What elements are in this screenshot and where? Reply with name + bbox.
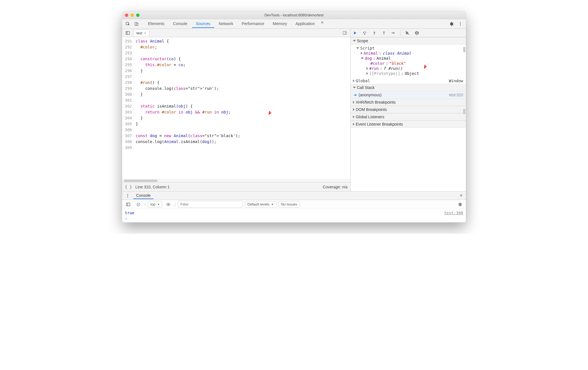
- scope-title: Scope: [357, 39, 368, 43]
- tab-memory[interactable]: Memory: [269, 20, 291, 28]
- svg-point-19: [168, 204, 169, 205]
- close-icon[interactable]: ×: [144, 31, 146, 35]
- panel-event-bp[interactable]: Event Listener Breakpoints: [351, 121, 466, 128]
- main-toolbar: Elements Console Sources Network Perform…: [122, 19, 466, 29]
- console-output-line: true test:308: [125, 210, 463, 216]
- svg-point-15: [127, 195, 128, 196]
- pretty-print-icon[interactable]: { }: [125, 185, 132, 189]
- code-editor[interactable]: 2912922932942952962972982993003013023033…: [122, 37, 350, 179]
- console-toolbar: | top ▼ | Default levels ▼ No Issues: [122, 200, 466, 209]
- file-tab-test[interactable]: test ×: [133, 30, 149, 36]
- log-levels-selector[interactable]: Default levels ▼: [245, 201, 276, 208]
- step-icon[interactable]: [390, 29, 397, 37]
- svg-point-10: [384, 34, 384, 35]
- step-out-icon[interactable]: [380, 29, 388, 37]
- horizontal-scrollbar[interactable]: [122, 179, 350, 182]
- svg-rect-6: [126, 31, 129, 34]
- resume-icon[interactable]: [351, 29, 359, 37]
- editor-statusbar: { } Line 310, Column 1 Coverage: n/a: [122, 182, 350, 191]
- console-body[interactable]: true test:308 ›: [122, 209, 466, 222]
- step-over-icon[interactable]: [361, 29, 369, 37]
- deactivate-breakpoints-icon[interactable]: [403, 29, 411, 37]
- drawer-close-icon[interactable]: ×: [458, 193, 464, 199]
- svg-point-5: [460, 25, 461, 26]
- tab-sources[interactable]: Sources: [192, 20, 214, 28]
- cursor-position: Line 310, Column 1: [135, 185, 169, 189]
- tab-application[interactable]: Application: [291, 20, 319, 28]
- scope-animal[interactable]: Animal: class Animal: [353, 51, 465, 56]
- titlebar: DevTools - localhost:8080/demo/test: [122, 11, 466, 19]
- console-sidebar-icon[interactable]: [124, 200, 132, 208]
- console-settings-icon[interactable]: [456, 200, 464, 208]
- filter-input[interactable]: [178, 201, 243, 208]
- sub-toolbar: test ×: [122, 29, 466, 37]
- debugger-pane: Scope Script Animal: class Animal dog: A…: [350, 37, 466, 191]
- callstack-frame[interactable]: ➔(anonymous) test:310: [351, 91, 466, 99]
- scope-body: Script Animal: class Animal dog: Animal …: [351, 44, 466, 78]
- more-tabs-icon[interactable]: »: [319, 20, 325, 28]
- scope-dog[interactable]: dog: Animal: [353, 56, 465, 61]
- panel-xhr[interactable]: XHR/fetch Breakpoints: [351, 99, 466, 106]
- svg-point-14: [127, 194, 128, 195]
- scope-dog-color[interactable]: #color: "black": [353, 61, 465, 66]
- callstack-header[interactable]: Call Stack: [351, 84, 466, 91]
- scope-dog-run[interactable]: #run: f #run(): [353, 66, 465, 71]
- console-prompt[interactable]: ›: [125, 216, 463, 221]
- clear-console-icon[interactable]: [134, 200, 142, 208]
- svg-point-3: [460, 22, 461, 23]
- tab-elements[interactable]: Elements: [144, 20, 168, 28]
- window-title: DevTools - localhost:8080/demo/test: [122, 13, 466, 17]
- scope-dog-proto[interactable]: [[Prototype]]: Object: [353, 71, 465, 76]
- debugger-toolbar: [350, 29, 466, 37]
- navigator-toggle-icon[interactable]: [124, 29, 132, 37]
- svg-point-8: [364, 34, 365, 34]
- main-content: 2912922932942952962972982993003013023033…: [122, 37, 466, 191]
- inspect-element-icon[interactable]: [124, 20, 132, 28]
- svg-point-16: [127, 197, 128, 197]
- svg-point-11: [392, 32, 392, 33]
- panel-tabbar: Elements Console Sources Network Perform…: [144, 20, 446, 28]
- drawer-header: Console ×: [122, 191, 466, 200]
- devtools-window: DevTools - localhost:8080/demo/test Elem…: [122, 11, 466, 222]
- scope-script-label: Script: [360, 46, 375, 50]
- kebab-menu-icon[interactable]: [456, 20, 464, 28]
- debugger-toggle-icon[interactable]: [341, 29, 349, 37]
- panel-dom-bp[interactable]: DOM Breakpoints: [351, 106, 466, 113]
- tab-console[interactable]: Console: [169, 20, 191, 28]
- svg-rect-2: [136, 23, 138, 25]
- context-selector[interactable]: top ▼: [148, 201, 162, 208]
- editor-pane: 2912922932942952962972982993003013023033…: [122, 37, 350, 191]
- tab-performance[interactable]: Performance: [238, 20, 268, 28]
- coverage-label: Coverage: n/a: [323, 185, 348, 189]
- issues-button[interactable]: No Issues: [278, 201, 300, 208]
- pause-exceptions-icon[interactable]: [413, 29, 421, 37]
- svg-rect-7: [343, 31, 346, 34]
- svg-point-4: [460, 23, 461, 24]
- drawer-tab-console[interactable]: Console: [133, 192, 153, 199]
- settings-icon[interactable]: [447, 20, 455, 28]
- tab-network[interactable]: Network: [215, 20, 237, 28]
- scope-global-value: Window: [449, 79, 463, 83]
- step-into-icon[interactable]: [370, 29, 378, 37]
- console-source-link[interactable]: test:308: [444, 211, 463, 215]
- svg-point-9: [374, 34, 375, 35]
- editor-tabbar: test ×: [122, 29, 350, 37]
- console-drawer: Console × | top ▼ | Default levels ▼ No …: [122, 191, 466, 222]
- device-toolbar-icon[interactable]: [133, 20, 141, 28]
- live-expression-icon[interactable]: [164, 200, 172, 208]
- scope-global[interactable]: Global Window: [351, 78, 466, 84]
- svg-rect-13: [417, 32, 417, 34]
- panel-global-listeners[interactable]: Global Listeners: [351, 113, 466, 121]
- drawer-menu-icon[interactable]: [124, 192, 132, 200]
- vertical-scrollbar[interactable]: [463, 47, 465, 190]
- file-tab-label: test: [136, 31, 142, 35]
- svg-rect-17: [127, 203, 130, 206]
- svg-rect-12: [416, 32, 417, 34]
- scope-header[interactable]: Scope: [351, 37, 466, 44]
